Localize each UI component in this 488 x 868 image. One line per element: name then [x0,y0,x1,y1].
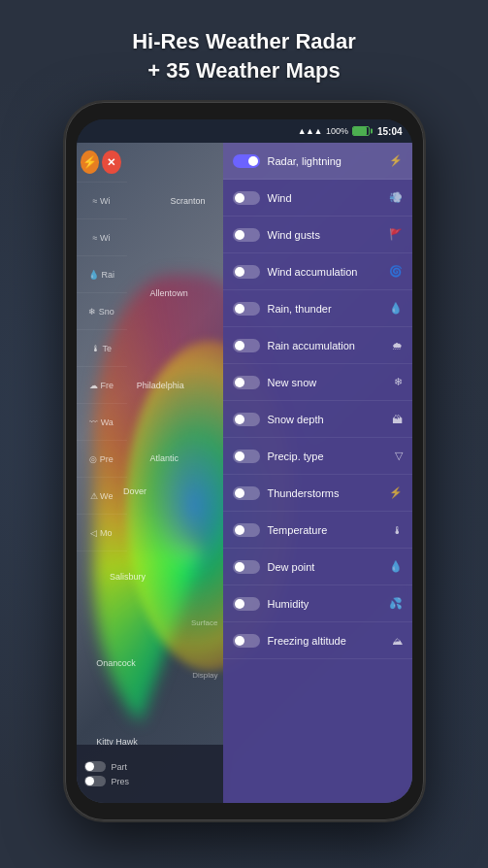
battery-percent: 100% [326,126,348,136]
rain-accum-toggle[interactable] [233,339,260,352]
radar-label: Radar, lightning [268,155,381,167]
humidity-label: Humidity [268,598,381,610]
sidebar-item-snow-depth[interactable]: Snow depth 🏔 [223,401,412,438]
left-item-temp: 🌡 Te [77,330,127,367]
radar-toggle[interactable] [233,154,260,168]
map-label-dover: Dover [123,486,146,496]
temperature-label: Temperature [268,524,384,536]
clock: 15:04 [377,126,403,137]
lightning-button[interactable]: ⚡ [81,150,100,174]
left-col-top: ⚡ ✕ [77,143,127,183]
left-item-wind1: ≈ Wi [77,183,127,219]
wind-gusts-icon: 🚩 [389,228,403,241]
sidebar-item-new-snow[interactable]: New snow ❄ [223,364,412,401]
sidebar-item-wind-accum[interactable]: Wind accumulation 🌀 [223,253,412,290]
wind-label: Wind [268,192,381,204]
freezing-altitude-label: Freezing altitude [268,635,384,647]
new-snow-icon: ❄ [394,376,403,388]
sidebar-panel: Radar, lightning ⚡ Wind 💨 Wind gusts 🚩 [223,143,412,803]
left-item-more: ◁ Mo [77,515,127,551]
signal-icon: ▲▲▲ [298,126,322,136]
wind-accum-icon: 🌀 [389,265,403,278]
phone-screen: ▲▲▲ 100% 15:04 Scranton Allentown Philad… [77,119,412,803]
sidebar-item-dew-point[interactable]: Dew point 💧 [223,549,412,585]
wind-accum-toggle[interactable] [233,265,260,279]
pres-label: Pres [112,777,130,786]
left-icon-col: ⚡ ✕ ≈ Wi ≈ Wi 💧 Rai ❄ Sno 🌡 Te ☁ Fre 〰 W… [77,143,127,745]
close-button[interactable]: ✕ [102,150,121,174]
freezing-altitude-icon: ⛰ [392,635,403,647]
wind-toggle[interactable] [233,191,260,205]
dew-point-toggle[interactable] [233,560,260,574]
new-snow-label: New snow [268,377,386,388]
page-title: Hi-Res Weather Radar + 35 Weather Maps [132,27,356,84]
battery-icon [352,126,370,136]
part-label: Part [112,762,128,772]
map-label-surface: Surface [191,618,218,627]
rain-thunder-icon: 💧 [389,302,403,315]
precip-type-icon: ▽ [395,450,403,462]
wind-gusts-label: Wind gusts [268,229,381,241]
snow-depth-label: Snow depth [268,414,384,425]
sidebar-item-rain-thunder[interactable]: Rain, thunder 💧 [223,290,412,327]
sidebar-item-humidity[interactable]: Humidity 💦 [223,585,412,622]
sidebar-item-radar[interactable]: Radar, lightning ⚡ [223,143,412,180]
thunderstorms-label: Thunderstorms [268,487,381,499]
dew-point-label: Dew point [268,561,381,573]
phone-mockup: ▲▲▲ 100% 15:04 Scranton Allentown Philad… [65,102,424,820]
rain-thunder-label: Rain, thunder [268,303,381,315]
wind-gusts-toggle[interactable] [233,228,260,242]
rain-thunder-toggle[interactable] [233,302,260,316]
bottom-row-part: Part [84,759,215,774]
left-item-wave: 〰 Wa [77,404,127,441]
part-toggle[interactable] [84,761,106,772]
humidity-icon: 💦 [389,597,403,610]
wind-accum-label: Wind accumulation [268,266,381,278]
bottom-row-pres: Pres [84,774,215,788]
wind-icon: 💨 [389,191,403,204]
freezing-altitude-toggle[interactable] [233,634,260,648]
sidebar-item-rain-accum[interactable]: Rain accumulation 🌧 [223,327,412,364]
left-item-precip: ◎ Pre [77,441,127,478]
left-item-weather: ⚠ We [77,478,127,515]
snow-depth-icon: 🏔 [392,414,403,425]
sidebar-item-precip-type[interactable]: Precip. type ▽ [223,438,412,475]
rain-accum-label: Rain accumulation [268,340,384,351]
bottom-controls: Part Pres [77,745,223,803]
temperature-icon: 🌡 [392,524,403,536]
snow-depth-toggle[interactable] [233,413,260,426]
sidebar-item-thunderstorms[interactable]: Thunderstorms ⚡ [223,475,412,512]
precip-type-label: Precip. type [268,451,387,462]
status-bar: ▲▲▲ 100% 15:04 [77,119,412,143]
map-label-atlantic: Atlantic [150,453,179,463]
radar-icon: ⚡ [389,154,403,167]
thunderstorms-icon: ⚡ [389,486,403,499]
map-label-display: Display [192,671,217,680]
map-label-scranton: Scranton [170,196,205,206]
screen-content: Scranton Allentown Philadelphia Atlantic… [77,143,412,803]
rain-accum-icon: 🌧 [392,340,403,351]
humidity-toggle[interactable] [233,597,260,611]
dew-point-icon: 💧 [389,560,403,573]
map-label-philadelphia: Philadelphia [137,381,184,390]
precip-type-toggle[interactable] [233,450,260,463]
new-snow-toggle[interactable] [233,376,260,389]
header-section: Hi-Res Weather Radar + 35 Weather Maps [132,27,356,84]
sidebar-item-freezing-altitude[interactable]: Freezing altitude ⛰ [223,622,412,659]
left-item-rain: 💧 Rai [77,256,127,293]
sidebar-item-wind[interactable]: Wind 💨 [223,180,412,217]
left-item-wind2: ≈ Wi [77,219,127,256]
pres-toggle[interactable] [84,776,106,786]
left-item-freeze: ☁ Fre [77,367,127,404]
left-item-snow: ❄ Sno [77,293,127,330]
sidebar-item-wind-gusts[interactable]: Wind gusts 🚩 [223,217,412,253]
temperature-toggle[interactable] [233,523,260,537]
map-label-allentown: Allentown [150,288,188,298]
thunderstorms-toggle[interactable] [233,486,260,500]
sidebar-item-temperature[interactable]: Temperature 🌡 [223,512,412,549]
